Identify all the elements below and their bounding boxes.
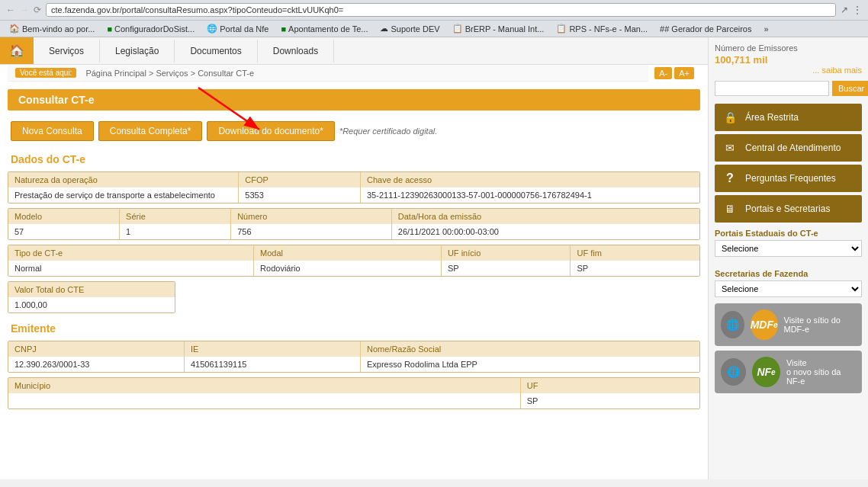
valor-label: Valor Total do CTE [8,282,175,297]
monitor-icon: 🖥 [721,200,739,218]
search-button[interactable]: Buscar [832,81,868,96]
tipo-value-row: Normal Rodoviário SP SP [8,261,699,276]
secretarias-select[interactable]: Selecione [715,280,862,297]
emitente-value-row2: SP [8,393,699,409]
emitente-municipio-group: Município UF SP [8,377,700,409]
natureza-value: Prestação de serviço de transporte a est… [8,187,239,203]
bookmarks-more[interactable]: » [761,24,772,34]
search-input[interactable] [715,81,829,96]
portal-icon: 🌐 [207,24,217,34]
secretarias-label: Secretarias de Fazenda [715,269,862,278]
numero-value: 756 [231,224,392,239]
suporte-icon: ☁ [380,24,388,34]
numero-label: Número [231,209,392,224]
municipio-value [8,393,521,409]
tipo-label: Tipo de CT-e [8,245,254,261]
bookmark-apontamento[interactable]: ■ Apontamento de Te... [278,24,371,34]
bookmarks-bar: 🏠 Bem-vindo ao por... ■ ConfiguradorDoSi… [0,21,868,37]
rps-icon: 📋 [556,24,567,34]
browser-refresh-icon[interactable]: ⟳ [34,5,41,15]
bookmark-portal-nfe[interactable]: 🌐 Portal da Nfe [204,23,272,34]
tipo-header-row: Tipo de CT-e Modal UF início UF fim [8,245,699,261]
tipo-row-group: Tipo de CT-e Modal UF início UF fim Norm… [8,245,700,277]
nfe-text: Visite o novo sítio da NF-e [786,358,856,386]
bookmark-brerp[interactable]: 📋 BrERP - Manual Int... [449,23,548,34]
action-buttons-area: Nova Consulta Consulta Completa* Downloa… [0,118,708,149]
uf-fim-value: SP [571,261,699,276]
right-sidebar: Número de Emissores 100,711 mil ... saib… [708,37,868,479]
razao-label: Nome/Razão Social [361,341,699,357]
stat-header: Número de Emissores [715,43,862,53]
tipo-value: Normal [8,261,254,276]
cert-note: *Requer certificado digital. [339,127,437,136]
nav-tab-legislacao[interactable]: Legislação [100,40,175,62]
ie-value: 415061139115 [185,357,361,372]
razao-value: Expresso Rodolima Ltda EPP [361,357,699,372]
browser-share-icon[interactable]: ↗ [841,5,848,15]
nav-tabs: Serviços Legislação Documentos Downloads [34,40,334,62]
consulta-completa-button[interactable]: Consulta Completa* [98,121,203,141]
bookmark-rps[interactable]: 📋 RPS - NFs-e - Man... [553,23,651,34]
nav-tab-downloads[interactable]: Downloads [258,40,334,62]
nav-tab-documentos[interactable]: Documentos [175,40,257,62]
mdf-brand: MDFe [751,309,778,340]
natureza-value-row: Prestação de serviço de transporte a est… [8,187,699,203]
cnpj-label: CNPJ [8,341,185,357]
breadcrumb: Você está aqui: Página Principal > Servi… [8,65,648,82]
nova-consulta-button[interactable]: Nova Consulta [11,121,94,141]
download-button[interactable]: Download do documento* [207,121,334,141]
home-icon: 🏠 [9,24,20,34]
url-bar[interactable]: cte.fazenda.gov.br/portal/consultaResumo… [46,3,836,17]
content-area: 🏠 Serviços Legislação Documentos Downloa… [0,37,708,479]
bookmark-home[interactable]: 🏠 Bem-vindo ao por... [6,23,98,34]
brerp-icon: 📋 [452,24,463,34]
bookmark-configurador[interactable]: ■ ConfiguradorDoSist... [104,24,198,34]
browser-menu-icon[interactable]: ⋮ [853,5,862,15]
modelo-value-row: 57 1 756 26/11/2021 00:00:00-03:00 [8,224,699,239]
gerador-icon: ## [660,24,669,34]
secretarias-section: Secretarias de Fazenda Selecione [715,269,862,303]
modelo-header-row: Modelo Série Número Data/Hora da emissão [8,209,699,224]
natureza-header-row: Natureza da operação CFOP Chave de acess… [8,172,699,187]
chave-label: Chave de acesso [361,172,699,187]
uf-emitente-value: SP [521,393,699,409]
font-decrease-button[interactable]: A- [654,67,672,79]
emitente-cnpj-group: CNPJ IE Nome/Razão Social 12.390.263/000… [8,341,700,373]
serie-value: 1 [120,224,231,239]
emitente-header-row2: Município UF [8,378,699,393]
apontamento-icon: ■ [281,24,286,34]
bookmark-suporte[interactable]: ☁ Suporte DEV [377,23,442,34]
serie-label: Série [120,209,231,224]
top-nav: 🏠 Serviços Legislação Documentos Downloa… [0,37,708,65]
bookmark-gerador[interactable]: ## Gerador de Parceiros [657,24,754,34]
nfe-card[interactable]: 🌐 NFe Visite o novo sítio da NF-e [715,351,862,393]
nav-tab-servicos[interactable]: Serviços [34,40,100,62]
data-value: 26/11/2021 00:00:00-03:00 [392,224,699,239]
valor-value: 1.000,00 [8,297,175,312]
more-link[interactable]: ... saiba mais [715,66,862,75]
cfop-label: CFOP [239,172,361,187]
stat-value: 100,711 mil [715,54,862,66]
page-title: Consultar CT-e [8,89,700,111]
portais-label: Portais Estaduais do CT-e [715,229,862,238]
uf-emitente-label: UF [521,378,699,393]
emitente-value-row1: 12.390.263/0001-33 415061139115 Expresso… [8,357,699,372]
menu-item-area-restrita[interactable]: 🔒 Área Restrita [715,104,862,131]
menu-item-perguntas[interactable]: ? Perguntas Frequentes [715,165,862,192]
nfe-brand: NFe [752,357,780,387]
emitente-header-row1: CNPJ IE Nome/Razão Social [8,341,699,357]
browser-back-icon[interactable]: ← [6,5,15,15]
menu-item-central[interactable]: ✉ Central de Atendimento [715,134,862,162]
cfop-value: 5353 [239,187,361,203]
modelo-label: Modelo [8,209,120,224]
portais-select[interactable]: Selecione [715,240,862,257]
valor-value-row: 1.000,00 [8,297,175,312]
globe-icon-mdf: 🌐 [721,311,744,338]
menu-item-portais[interactable]: 🖥 Portais e Secretarias [715,195,862,223]
home-button[interactable]: 🏠 [0,37,34,64]
font-increase-button[interactable]: A+ [674,67,694,79]
lock-icon: 🔒 [721,108,739,127]
mdf-card[interactable]: 🌐 MDFe Visite o sítio do MDF-e [715,303,862,346]
dados-cte-title: Dados do CT-e [0,149,708,168]
browser-forward-icon[interactable]: → [20,5,29,15]
